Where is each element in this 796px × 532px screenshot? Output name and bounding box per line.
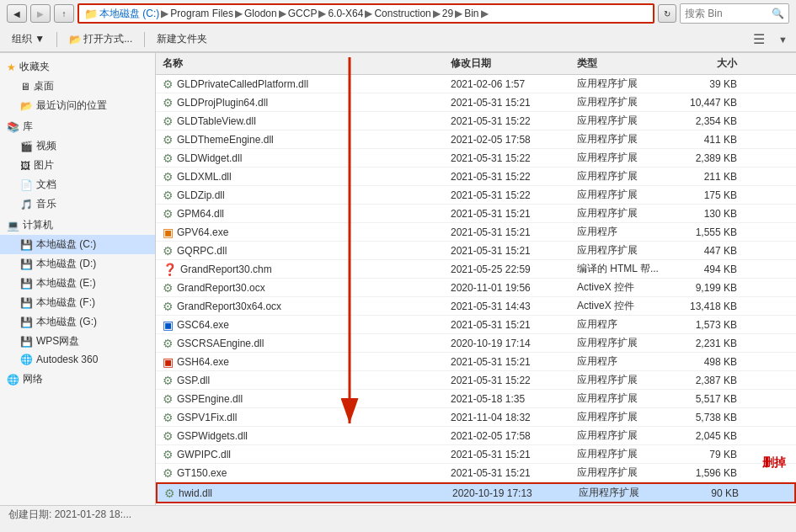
- refresh-button[interactable]: ↻: [658, 4, 676, 23]
- open-button[interactable]: 📂 打开方式...: [64, 30, 137, 48]
- file-date: 2021-05-18 1:35: [451, 393, 577, 405]
- file-date: 2021-05-31 15:21: [451, 226, 577, 238]
- delete-label[interactable]: 删掉: [762, 455, 786, 471]
- table-row[interactable]: ⚙ hwid.dll 2020-10-19 17:13 应用程序扩展 90 KB: [156, 482, 796, 503]
- table-row[interactable]: ▣ GSH64.exe 2021-05-31 15:21 应用程序 498 KB: [156, 353, 796, 371]
- file-size: 9,199 KB: [678, 282, 745, 294]
- search-input[interactable]: [685, 8, 772, 19]
- file-size: 2,354 KB: [678, 115, 745, 127]
- sidebar-item-document[interactable]: 📄 文档: [0, 175, 155, 194]
- file-size: 447 KB: [678, 245, 745, 257]
- file-name-cell: ⚙ GLDThemeEngine.dll: [156, 133, 451, 146]
- col-header-date[interactable]: 修改日期: [451, 56, 577, 71]
- file-name: GPV64.exe: [177, 226, 228, 238]
- sidebar-item-driveC[interactable]: 💾 本地磁盘 (C:): [0, 235, 155, 254]
- sidebar-item-video[interactable]: 🎬 视频: [0, 136, 155, 156]
- sidebar-item-wps[interactable]: 💾 WPS网盘: [0, 332, 155, 351]
- sidebar-item-driveG[interactable]: 💾 本地磁盘 (G:): [0, 312, 155, 332]
- sidebar-item-image[interactable]: 🖼 图片: [0, 156, 155, 175]
- file-date: 2021-05-31 15:22: [451, 189, 577, 201]
- file-type: 编译的 HTML 帮...: [577, 262, 678, 276]
- breadcrumb-item: GCCP: [288, 8, 318, 19]
- file-name: GLDPrivateCalledPlatform.dll: [177, 78, 308, 90]
- sidebar-header-network[interactable]: 🌐 网络: [0, 370, 155, 389]
- table-row[interactable]: ⚙ GT150.exe 2021-05-31 15:21 应用程序扩展 1,59…: [156, 464, 796, 482]
- sidebar-header-computer[interactable]: 💻 计算机: [0, 215, 155, 235]
- file-date: 2021-05-31 15:22: [451, 115, 577, 127]
- table-row[interactable]: ⚙ lcdat54.dll 2020-10-19 17:14 应用程序扩展 24…: [156, 503, 796, 505]
- forward-button[interactable]: ▶: [30, 4, 51, 23]
- breadcrumb-item: Bin: [464, 8, 478, 19]
- file-date: 2021-05-25 22:59: [451, 263, 577, 275]
- sidebar-header-favorites[interactable]: ★ 收藏夹: [0, 57, 155, 77]
- file-name-cell: ⚙ hwid.dll: [158, 487, 452, 500]
- sidebar-item-desktop[interactable]: 🖥 桌面: [0, 77, 155, 96]
- library-icon: 📚: [7, 121, 19, 133]
- organize-button[interactable]: 组织 ▼: [7, 30, 50, 48]
- table-row[interactable]: ⚙ GSPV1Fix.dll 2021-11-04 18:32 应用程序扩展 5…: [156, 408, 796, 427]
- folder-icon: 📁: [84, 8, 98, 20]
- table-row[interactable]: ▣ GSC64.exe 2021-05-31 15:21 应用程序 1,573 …: [156, 316, 796, 334]
- table-row[interactable]: ⚙ GPM64.dll 2021-05-31 15:21 应用程序扩展 130 …: [156, 205, 796, 223]
- table-row[interactable]: ⚙ GSP.dll 2021-05-31 15:22 应用程序扩展 2,387 …: [156, 371, 796, 390]
- file-date: 2021-05-31 15:21: [451, 208, 577, 220]
- table-row[interactable]: ⚙ GLDThemeEngine.dll 2021-02-05 17:58 应用…: [156, 130, 796, 149]
- sidebar-item-driveD[interactable]: 💾 本地磁盘 (D:): [0, 254, 155, 274]
- file-name: GrandReport30.chm: [180, 263, 272, 275]
- document-icon: 📄: [20, 179, 33, 191]
- table-row[interactable]: ⚙ GQRPC.dll 2021-05-31 15:21 应用程序扩展 447 …: [156, 242, 796, 260]
- toolbar-separator: [56, 32, 57, 47]
- sidebar-item-driveF[interactable]: 💾 本地磁盘 (F:): [0, 293, 155, 312]
- file-size: 411 KB: [678, 134, 745, 146]
- file-date: 2020-10-19 17:13: [452, 487, 579, 499]
- file-type: 应用程序扩展: [577, 336, 678, 350]
- file-date: 2021-05-31 15:22: [451, 375, 577, 386]
- table-row[interactable]: ❓ GrandReport30.chm 2021-05-25 22:59 编译的…: [156, 260, 796, 279]
- exe-icon: ▣: [163, 318, 174, 332]
- file-name-cell: ⚙ GLDXML.dll: [156, 170, 451, 184]
- file-size: 2,389 KB: [678, 152, 745, 164]
- col-header-size[interactable]: 大小: [678, 56, 745, 71]
- table-row[interactable]: ▣ GPV64.exe 2021-05-31 15:21 应用程序 1,555 …: [156, 223, 796, 242]
- file-name-cell: ▣ GPV64.exe: [156, 226, 451, 239]
- search-box[interactable]: 🔍: [680, 3, 789, 24]
- table-row[interactable]: ⚙ GLDTableView.dll 2021-05-31 15:22 应用程序…: [156, 112, 796, 130]
- sidebar-item-recent[interactable]: 📂 最近访问的位置: [0, 96, 155, 115]
- table-row[interactable]: ⚙ GSPEngine.dll 2021-05-18 1:35 应用程序扩展 5…: [156, 390, 796, 408]
- table-row[interactable]: ⚙ GLDProjPlugin64.dll 2021-05-31 15:21 应…: [156, 93, 796, 112]
- sidebar-item-driveE[interactable]: 💾 本地磁盘 (E:): [0, 274, 155, 293]
- sidebar-header-library[interactable]: 📚 库: [0, 117, 155, 136]
- dll-icon: ⚙: [163, 189, 174, 202]
- table-row[interactable]: ⚙ GSCRSAEngine.dll 2020-10-19 17:14 应用程序…: [156, 334, 796, 353]
- table-row[interactable]: ⚙ GrandReport30.ocx 2020-11-01 19:56 Act…: [156, 279, 796, 297]
- col-header-type[interactable]: 类型: [577, 56, 678, 71]
- sidebar-item-music[interactable]: 🎵 音乐: [0, 194, 155, 214]
- breadcrumb-item: 29: [442, 8, 453, 19]
- file-size: 1,596 KB: [678, 467, 745, 479]
- col-header-name[interactable]: 名称: [156, 56, 451, 71]
- view-options-button[interactable]: ▼: [777, 33, 789, 46]
- star-icon: ★: [7, 61, 16, 73]
- toolbar-separator2: [144, 32, 145, 47]
- table-row[interactable]: ⚙ GLDXML.dll 2021-05-31 15:22 应用程序扩展 211…: [156, 168, 796, 186]
- table-row[interactable]: ⚙ GLDPrivateCalledPlatform.dll 2021-02-0…: [156, 75, 796, 93]
- new-folder-button[interactable]: 新建文件夹: [152, 30, 212, 48]
- chm-icon: ❓: [163, 263, 177, 276]
- view-toggle-button[interactable]: ☰: [748, 29, 770, 49]
- table-row[interactable]: ⚙ GWPIPC.dll 2021-05-31 15:21 应用程序扩展 79 …: [156, 445, 796, 464]
- file-type: 应用程序扩展: [577, 428, 678, 443]
- sidebar-item-autodesk[interactable]: 🌐 Autodesk 360: [0, 351, 155, 368]
- up-button[interactable]: ↑: [54, 4, 74, 23]
- table-row[interactable]: ⚙ GSPWidgets.dll 2021-02-05 17:58 应用程序扩展…: [156, 427, 796, 445]
- back-button[interactable]: ◀: [7, 4, 27, 23]
- file-date: 2021-11-04 18:32: [451, 412, 577, 423]
- address-breadcrumb[interactable]: 📁 本地磁盘 (C:) ▶ Program Files ▶ Glodon ▶ G…: [77, 3, 654, 24]
- table-row[interactable]: ⚙ GrandReport30x64.ocx 2021-05-31 14:43 …: [156, 297, 796, 316]
- file-date: 2021-05-31 15:21: [451, 356, 577, 368]
- music-icon: 🎵: [20, 199, 33, 210]
- table-row[interactable]: ⚙ GLDWidget.dll 2021-05-31 15:22 应用程序扩展 …: [156, 149, 796, 168]
- driveF-icon: 💾: [20, 297, 33, 309]
- file-type: 应用程序扩展: [577, 77, 678, 91]
- table-row[interactable]: ⚙ GLDZip.dll 2021-05-31 15:22 应用程序扩展 175…: [156, 186, 796, 205]
- file-size: 2,387 KB: [678, 375, 745, 386]
